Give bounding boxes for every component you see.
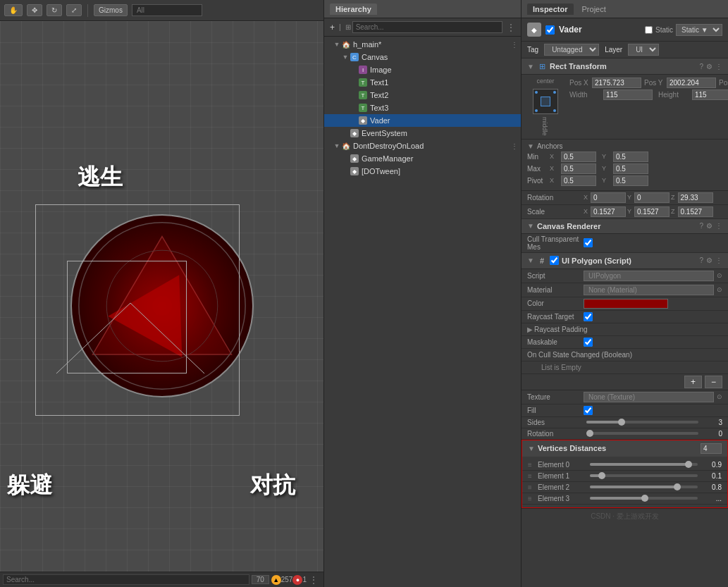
obj-header: ◆ Vader Static Static ▼ bbox=[522, 18, 728, 42]
tree-item-text2[interactable]: T Text2 bbox=[324, 89, 521, 101]
color-swatch[interactable] bbox=[584, 299, 668, 309]
scale-z-input[interactable] bbox=[678, 206, 713, 217]
rotate-tool-btn[interactable]: ↻ bbox=[47, 4, 62, 16]
up-settings-icon[interactable]: ⚙ bbox=[706, 257, 712, 264]
bottom-search-input[interactable] bbox=[3, 574, 249, 585]
rot-x-input[interactable] bbox=[591, 192, 626, 203]
go-icon: ◆ bbox=[358, 116, 368, 125]
vertices-count-input[interactable] bbox=[701, 443, 722, 454]
element-1-thumb[interactable] bbox=[598, 472, 605, 479]
obj-active-checkbox[interactable] bbox=[545, 25, 555, 35]
up-dots-icon[interactable]: ⋮ bbox=[715, 257, 722, 264]
element-2-thumb[interactable] bbox=[674, 483, 681, 490]
width-input[interactable] bbox=[603, 89, 653, 100]
tree-dots[interactable]: ⋮ bbox=[511, 142, 521, 150]
cull-checkbox[interactable] bbox=[584, 238, 593, 247]
tag-dropdown[interactable]: Untagged bbox=[544, 44, 599, 56]
tree-item-text3[interactable]: T Text3 bbox=[324, 101, 521, 114]
sides-track[interactable] bbox=[586, 421, 698, 424]
element-0-thumb[interactable] bbox=[685, 461, 692, 468]
anchor-max-y-input[interactable] bbox=[613, 163, 648, 174]
scale-tool-btn[interactable]: ⤢ bbox=[66, 4, 82, 16]
element-3-slider[interactable] bbox=[590, 497, 698, 500]
static-checkbox[interactable] bbox=[645, 26, 653, 34]
project-tab[interactable]: Project bbox=[576, 4, 612, 15]
pivot-y-input[interactable] bbox=[613, 175, 648, 186]
cr-settings-icon[interactable]: ⚙ bbox=[706, 222, 712, 230]
hierarchy-header: Hierarchy bbox=[324, 0, 521, 18]
script-circle-icon[interactable]: ⊙ bbox=[717, 272, 722, 279]
tree-item-text1[interactable]: T Text1 bbox=[324, 76, 521, 89]
tree-item-eventsystem[interactable]: ◆ EventSystem bbox=[324, 127, 521, 140]
rect-transform-header[interactable]: ▼ ⊞ Rect Transform ? ⚙ ⋮ bbox=[522, 58, 728, 75]
raycast-checkbox[interactable] bbox=[584, 312, 593, 321]
scale-y-input[interactable] bbox=[634, 206, 670, 217]
tree-item-canvas[interactable]: ▼ C Canvas bbox=[324, 51, 521, 63]
rt-settings-icon[interactable]: ⚙ bbox=[706, 63, 712, 70]
tree-item-image[interactable]: I Image bbox=[324, 63, 521, 76]
texture-circle-icon[interactable]: ⊙ bbox=[717, 393, 722, 400]
material-circle-icon[interactable]: ⊙ bbox=[717, 286, 722, 293]
height-input[interactable] bbox=[692, 89, 728, 100]
rt-dots-icon[interactable]: ⋮ bbox=[715, 63, 722, 70]
scene-dots-btn[interactable]: ⋮ bbox=[307, 575, 321, 585]
sides-thumb[interactable] bbox=[618, 419, 625, 426]
scene-search-input[interactable] bbox=[132, 4, 202, 16]
element-3-thumb[interactable] bbox=[641, 495, 648, 502]
pivot-x-input[interactable] bbox=[561, 175, 596, 186]
tree-dots[interactable]: ⋮ bbox=[511, 41, 521, 49]
cull-label: Cull Transparent Mes bbox=[527, 235, 584, 251]
fill-checkbox[interactable] bbox=[584, 406, 593, 415]
hierarchy-add-btn[interactable]: + bbox=[327, 21, 338, 34]
tree-item-dontdestroy[interactable]: ▼ 🏠 DontDestroyOnLoad ⋮ bbox=[324, 140, 521, 152]
inspector-tab[interactable]: Inspector bbox=[527, 4, 574, 15]
cr-help-icon[interactable]: ? bbox=[699, 222, 703, 230]
tree-item-gamemanager[interactable]: ◆ GameManager bbox=[324, 152, 521, 165]
hierarchy-dots-btn[interactable]: ⋮ bbox=[504, 23, 518, 32]
pos-x-input[interactable] bbox=[592, 78, 641, 88]
rt-arrow-icon: ▼ bbox=[527, 63, 534, 70]
tree-item-h-main[interactable]: ▼ 🏠 h_main* ⋮ bbox=[324, 38, 521, 51]
script-field: UIPolygon bbox=[584, 271, 714, 281]
layer-dropdown[interactable]: UI bbox=[628, 44, 659, 56]
up-help-icon[interactable]: ? bbox=[699, 257, 703, 264]
up-active-checkbox[interactable] bbox=[550, 256, 559, 265]
anchor-min-x-input[interactable] bbox=[561, 152, 596, 162]
rt-help-icon[interactable]: ? bbox=[699, 63, 703, 70]
vertices-header[interactable]: ▼ Vertices Distances bbox=[522, 440, 728, 457]
scene-panel: ✋ ✥ ↻ ⤢ Gizmos 逃生 躲避 对抗 bbox=[0, 0, 324, 587]
add-element-btn[interactable]: + bbox=[684, 376, 702, 388]
anchor-max-x-input[interactable] bbox=[561, 163, 596, 174]
hierarchy-tab[interactable]: Hierarchy bbox=[330, 4, 377, 15]
anchor-min-y-input[interactable] bbox=[613, 152, 648, 162]
element-0-fill bbox=[590, 463, 687, 466]
static-dropdown[interactable]: Static ▼ bbox=[676, 24, 722, 36]
fill-label: Fill bbox=[527, 407, 584, 414]
pos-y-input[interactable] bbox=[667, 78, 716, 88]
scale-x-input[interactable] bbox=[591, 206, 626, 217]
polygon-rotation-value: 0 bbox=[701, 430, 722, 438]
ui-polygon-header[interactable]: ▼ # UI Polygon (Script) ? ⚙ ⋮ bbox=[522, 253, 728, 269]
hand-tool-btn[interactable]: ✋ bbox=[4, 4, 23, 16]
rt-visual[interactable] bbox=[533, 89, 558, 114]
tree-item-vader[interactable]: ◆ Vader bbox=[324, 114, 521, 127]
element-2-slider[interactable] bbox=[590, 486, 698, 488]
hierarchy-panel: Hierarchy + | ⊞ ⋮ ▼ 🏠 h_main* ⋮ ▼ bbox=[324, 0, 522, 587]
maskable-checkbox[interactable] bbox=[584, 338, 593, 347]
canvas-renderer-header[interactable]: ▼ Canvas Renderer ? ⚙ ⋮ bbox=[522, 219, 728, 234]
remove-element-btn[interactable]: − bbox=[705, 376, 722, 388]
element-1-slider[interactable] bbox=[590, 474, 698, 477]
rot-z-input[interactable] bbox=[678, 192, 713, 203]
gizmos-btn[interactable]: Gizmos bbox=[94, 4, 128, 16]
rotation-value: X Y Z bbox=[584, 192, 722, 203]
polygon-rotation-track[interactable] bbox=[586, 432, 698, 435]
rot-y-input[interactable] bbox=[634, 192, 670, 203]
hierarchy-search-input[interactable] bbox=[352, 21, 502, 33]
cr-dots-icon[interactable]: ⋮ bbox=[715, 222, 722, 230]
move-tool-btn[interactable]: ✥ bbox=[27, 4, 42, 16]
element-0-handle: ≡ bbox=[528, 461, 535, 469]
polygon-rotation-thumb[interactable] bbox=[586, 430, 593, 437]
tree-item-dotween[interactable]: ◆ [DOTween] bbox=[324, 165, 521, 178]
element-0-slider[interactable] bbox=[590, 463, 698, 466]
list-empty-row: List is Empty bbox=[522, 362, 728, 374]
